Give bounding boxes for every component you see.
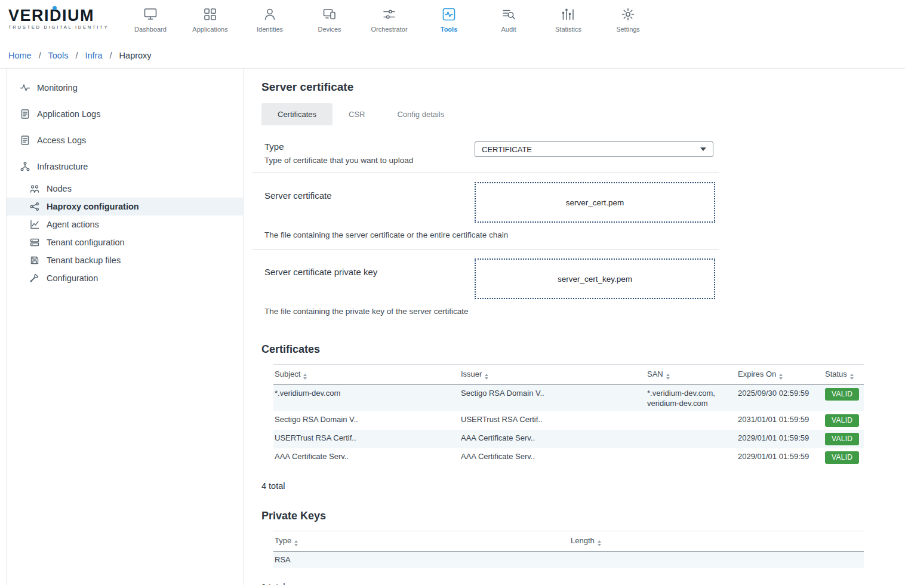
cell-status: VALID [824, 411, 864, 430]
nav-item-audit[interactable]: Audit [479, 0, 538, 33]
configuration-icon [29, 273, 40, 284]
column-header-type[interactable]: Type [273, 531, 570, 552]
column-header-expires-on[interactable]: Expires On [737, 365, 824, 385]
type-help: Type of certificate that you want to upl… [264, 156, 475, 165]
applications-icon [180, 5, 240, 23]
sort-icon [485, 374, 488, 380]
logo-tagline: TRUSTED DIGITAL IDENTITY [8, 24, 115, 30]
veridium-logo: VERIDIUM TRUSTED DIGITAL IDENTITY [8, 0, 115, 30]
nav-item-settings[interactable]: Settings [598, 0, 658, 33]
identities-icon [240, 5, 300, 23]
column-header-length[interactable]: Length [570, 531, 864, 552]
sidebar-item-tenant-configuration[interactable]: Tenant configuration [7, 233, 243, 251]
column-header-issuer[interactable]: Issuer [460, 365, 646, 385]
sidebar-item-configuration[interactable]: Configuration [7, 269, 243, 287]
nav-item-applications[interactable]: Applications [180, 0, 240, 33]
tab-csr[interactable]: CSR [333, 103, 381, 125]
sidebar-item-haproxy-configuration[interactable]: Haproxy configuration [7, 198, 243, 216]
cell-issuer: AAA Certificate Serv.. [460, 448, 646, 467]
server-certificate-dropzone[interactable]: server_cert.pem [475, 182, 715, 223]
server-certificate-row: Server certificate server_cert.pem [253, 173, 719, 230]
status-badge: VALID [825, 451, 859, 464]
private-key-help: The file containing the private key of t… [253, 307, 719, 325]
sidebar-item-nodes[interactable]: Nodes [7, 180, 243, 198]
breadcrumb: Home / Tools / Infra / Haproxy [0, 45, 905, 68]
table-row: USERTrust RSA Certif.. AAA Certificate S… [273, 430, 864, 448]
cell-subject: *.veridium-dev.com [273, 385, 460, 412]
logo-wordmark: VERIDIUM [8, 7, 115, 24]
cell-issuer: USERTrust RSA Certif.. [460, 411, 646, 430]
column-header-subject[interactable]: Subject [273, 365, 460, 385]
page-title: Server certificate [261, 81, 905, 94]
status-badge: VALID [825, 388, 859, 401]
breadcrumb-home[interactable]: Home [8, 51, 32, 60]
cell-issuer: Sectigo RSA Domain V.. [460, 385, 646, 412]
statistics-icon [538, 5, 598, 23]
primary-nav: Dashboard Applications Identities Device… [121, 0, 658, 33]
sidebar-item-label: Haproxy configuration [47, 202, 139, 211]
cell-san [646, 448, 737, 467]
certificates-heading: Certificates [261, 343, 905, 356]
private-keys-heading: Private Keys [261, 510, 905, 522]
server-certificate-label: Server certificate [264, 182, 475, 201]
status-badge: VALID [825, 414, 859, 427]
breadcrumb-separator: / [75, 51, 78, 60]
cell-expires: 2029/01/01 01:59:59 [737, 448, 824, 467]
nav-item-tools[interactable]: Tools [419, 0, 479, 33]
tab-certificates[interactable]: Certificates [261, 103, 333, 125]
sidebar-item-application-logs[interactable]: Application Logs [7, 101, 243, 127]
nav-item-dashboard[interactable]: Dashboard [121, 0, 180, 33]
sidebar-item-label: Infrastructure [37, 162, 88, 171]
cell-status: VALID [824, 385, 864, 412]
cell-length [570, 552, 864, 568]
nav-item-orchestrator[interactable]: Orchestrator [359, 0, 419, 33]
cell-san [646, 411, 737, 430]
breadcrumb-infra[interactable]: Infra [85, 51, 102, 60]
tenant-backup-files-icon [29, 255, 40, 266]
column-header-san[interactable]: SAN [646, 365, 737, 385]
table-row: AAA Certificate Serv.. AAA Certificate S… [273, 448, 864, 467]
certificates-table-header: Subject Issuer SAN Expires On Status [273, 365, 864, 385]
table-row: *.veridium-dev.com Sectigo RSA Domain V.… [273, 385, 864, 412]
nav-item-devices[interactable]: Devices [300, 0, 359, 33]
logo-dot-icon [53, 6, 57, 10]
settings-icon [598, 5, 658, 23]
breadcrumb-separator: / [39, 51, 41, 60]
sidebar-item-infrastructure[interactable]: Infrastructure [7, 153, 243, 180]
sort-icon [666, 374, 670, 380]
type-row: Type Type of certificate that you want t… [253, 133, 719, 173]
certificate-type-select[interactable]: CERTIFICATE [475, 141, 713, 157]
sidebar-item-agent-actions[interactable]: Agent actions [7, 216, 243, 233]
tab-bar: Certificates CSR Config details [261, 103, 905, 125]
top-nav-bar: VERIDIUM TRUSTED DIGITAL IDENTITY Dashbo… [0, 0, 905, 45]
breadcrumb-current: Haproxy [119, 51, 152, 60]
tools-icon [419, 5, 479, 23]
tab-config-details[interactable]: Config details [381, 103, 460, 125]
table-row: Sectigo RSA Domain V.. USERTrust RSA Cer… [273, 411, 864, 430]
sidebar-item-label: Configuration [47, 273, 98, 283]
sidebar-item-access-logs[interactable]: Access Logs [7, 127, 243, 153]
access-logs-icon [20, 135, 30, 146]
cell-san [646, 430, 737, 448]
private-keys-total: 1 total [261, 582, 905, 585]
chevron-down-icon [700, 147, 706, 151]
sidebar-item-monitoring[interactable]: Monitoring [7, 75, 243, 101]
sidebar-item-label: Agent actions [47, 220, 99, 229]
nav-item-statistics[interactable]: Statistics [538, 0, 598, 33]
sort-icon [294, 540, 298, 546]
sidebar-item-label: Access Logs [37, 136, 86, 145]
devices-icon [300, 5, 359, 23]
cell-expires: 2029/01/01 01:59:59 [737, 430, 824, 448]
cell-expires: 2031/01/01 01:59:59 [737, 411, 824, 430]
tenant-configuration-icon [29, 237, 40, 248]
private-key-dropzone[interactable]: server_cert_key.pem [475, 258, 715, 299]
nav-item-identities[interactable]: Identities [240, 0, 300, 33]
table-row: RSA [273, 552, 864, 568]
cell-san: *.veridium-dev.com, veridium-dev.com [646, 385, 737, 412]
sidebar: Monitoring Application Logs Access Logs … [6, 69, 244, 585]
breadcrumb-tools[interactable]: Tools [48, 51, 69, 60]
sidebar-item-tenant-backup-files[interactable]: Tenant backup files [7, 251, 243, 269]
column-header-status[interactable]: Status [824, 365, 864, 385]
server-certificate-help: The file containing the server certifica… [253, 230, 719, 249]
private-key-row: Server certificate private key server_ce… [253, 250, 719, 307]
